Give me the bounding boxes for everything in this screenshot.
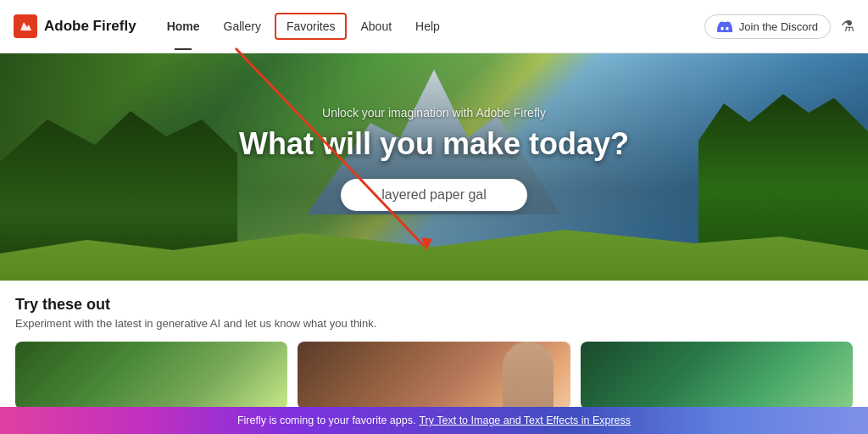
- hero-title: What will you make today?: [239, 126, 629, 162]
- try-card-2[interactable]: [298, 342, 570, 409]
- bottom-banner: Firefly is coming to your favorite apps.…: [0, 407, 868, 434]
- beaker-icon[interactable]: ⚗: [841, 17, 854, 36]
- try-cards-container: [15, 342, 853, 409]
- banner-text: Firefly is coming to your favorite apps.: [237, 415, 416, 426]
- nav-item-favorites[interactable]: Favorites: [275, 13, 348, 40]
- discord-btn-label: Join the Discord: [739, 20, 818, 33]
- adobe-firefly-logo-icon: [14, 14, 37, 38]
- nav-item-help[interactable]: Help: [405, 14, 450, 38]
- hero-section: Unlock your imagination with Adobe Firef…: [0, 53, 868, 281]
- logo-area[interactable]: Adobe Firefly: [14, 14, 136, 38]
- hero-prompt-input[interactable]: layered paper gal: [341, 179, 527, 211]
- try-section-description: Experiment with the latest in generative…: [15, 317, 853, 330]
- card2-face: [503, 342, 554, 409]
- hero-subtitle: Unlock your imagination with Adobe Firef…: [322, 106, 546, 120]
- nav-item-gallery[interactable]: Gallery: [214, 14, 271, 38]
- nav-links: Home Gallery Favorites About Help: [157, 13, 450, 40]
- banner-link[interactable]: Try Text to Image and Text Effects in Ex…: [419, 415, 631, 426]
- app-title: Adobe Firefly: [44, 18, 136, 35]
- discord-icon: [717, 21, 732, 32]
- try-card-1[interactable]: [15, 342, 287, 409]
- nav-item-about[interactable]: About: [350, 14, 402, 38]
- join-discord-button[interactable]: Join the Discord: [704, 14, 831, 39]
- try-card-3[interactable]: [581, 342, 853, 409]
- navbar: Adobe Firefly Home Gallery Favorites Abo…: [0, 0, 868, 53]
- hero-content: Unlock your imagination with Adobe Firef…: [0, 53, 868, 281]
- try-section: Try these out Experiment with the latest…: [0, 281, 868, 420]
- nav-item-home[interactable]: Home: [157, 14, 210, 38]
- try-section-title: Try these out: [15, 296, 853, 314]
